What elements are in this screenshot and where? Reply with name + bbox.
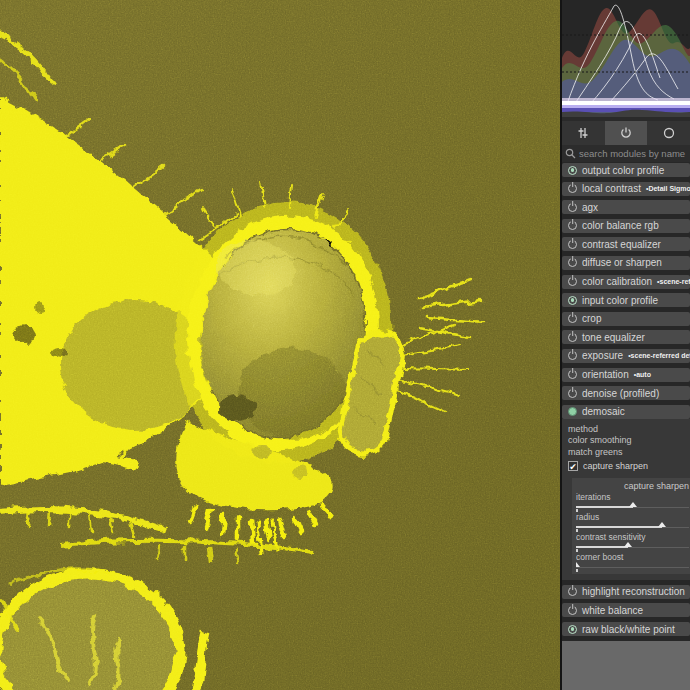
module-label: contrast equalizer bbox=[582, 239, 661, 250]
module-label: color calibration bbox=[582, 276, 652, 287]
power-icon[interactable] bbox=[568, 606, 577, 615]
module-contrast-equalizer[interactable]: contrast equalizer bbox=[562, 237, 690, 251]
slider-thumb[interactable] bbox=[576, 562, 580, 567]
fly-macro-image bbox=[0, 0, 560, 690]
power-icon bbox=[619, 126, 633, 140]
module-label: crop bbox=[582, 313, 601, 324]
slider-label: iterations bbox=[576, 492, 689, 502]
histogram-scope[interactable] bbox=[562, 0, 690, 117]
darkroom-window: output color profile local contrast Deta… bbox=[0, 0, 690, 690]
module-label: exposure bbox=[582, 350, 623, 361]
right-panel: output color profile local contrast Deta… bbox=[560, 0, 690, 690]
module-preset: scene-referred def bbox=[657, 278, 690, 285]
color-smoothing-row[interactable]: color smoothing bbox=[568, 435, 690, 447]
power-icon[interactable] bbox=[568, 314, 577, 323]
slider-track[interactable] bbox=[576, 562, 689, 571]
module-highlight-reconstruction[interactable]: highlight reconstruction bbox=[562, 585, 690, 599]
method-row[interactable]: method bbox=[568, 424, 690, 436]
enabled-icon[interactable] bbox=[568, 407, 577, 416]
capture-sharpen-section: capture sharpen iterations radius bbox=[572, 478, 690, 574]
power-icon[interactable] bbox=[568, 370, 577, 379]
module-output-color-profile[interactable]: output color profile bbox=[562, 163, 690, 177]
search-input[interactable] bbox=[579, 148, 687, 159]
module-label: color balance rgb bbox=[582, 220, 659, 231]
checkbox-label: capture sharpen bbox=[583, 461, 648, 471]
module-label: diffuse or sharpen bbox=[582, 257, 662, 268]
slider-track[interactable] bbox=[576, 542, 689, 551]
power-icon[interactable] bbox=[568, 277, 577, 286]
module-label: white balance bbox=[582, 605, 643, 616]
module-white-balance[interactable]: white balance bbox=[562, 603, 690, 617]
slider-corner-boost[interactable]: corner boost bbox=[576, 552, 689, 572]
module-raw-black-white-point[interactable]: raw black/white point bbox=[562, 622, 690, 636]
match-greens-row[interactable]: match greens bbox=[568, 447, 690, 459]
module-label: raw black/white point bbox=[582, 624, 675, 635]
power-icon[interactable] bbox=[568, 587, 577, 596]
sliders-icon bbox=[576, 126, 590, 140]
histogram-waveform-graphic bbox=[562, 0, 690, 117]
power-icon[interactable] bbox=[568, 184, 577, 193]
tab-favorite-modules[interactable] bbox=[647, 121, 690, 145]
slider-track[interactable] bbox=[576, 502, 689, 511]
power-icon[interactable] bbox=[568, 333, 577, 342]
module-label: input color profile bbox=[582, 295, 658, 306]
module-group-tabs bbox=[562, 121, 690, 145]
module-crop[interactable]: crop bbox=[562, 312, 690, 326]
circle-icon bbox=[662, 126, 676, 140]
demosaic-body: method color smoothing match greens capt… bbox=[562, 419, 690, 581]
slider-contrast-sensitivity[interactable]: contrast sensitivity bbox=[576, 532, 689, 552]
module-exposure[interactable]: exposure scene-referred default bbox=[562, 349, 690, 363]
section-title[interactable]: capture sharpen bbox=[576, 480, 689, 492]
slider-label: corner boost bbox=[576, 552, 689, 562]
image-canvas[interactable] bbox=[0, 0, 560, 690]
module-input-color-profile[interactable]: input color profile bbox=[562, 293, 690, 307]
slider-thumb[interactable] bbox=[629, 502, 637, 507]
module-preset: scene-referred default bbox=[628, 352, 690, 359]
module-label: local contrast bbox=[582, 183, 641, 194]
checkbox-checked-icon[interactable] bbox=[568, 461, 578, 471]
slider-label: radius bbox=[576, 512, 689, 522]
slider-label: contrast sensitivity bbox=[576, 532, 689, 542]
module-demosaic[interactable]: demosaic bbox=[562, 405, 690, 419]
module-denoise-profiled[interactable]: denoise (profiled) bbox=[562, 386, 690, 400]
module-label: denoise (profiled) bbox=[582, 388, 659, 399]
always-on-icon[interactable] bbox=[568, 625, 577, 634]
module-label: agx bbox=[582, 202, 598, 213]
module-agx[interactable]: agx bbox=[562, 200, 690, 214]
module-diffuse-or-sharpen[interactable]: diffuse or sharpen bbox=[562, 256, 690, 270]
module-preset: Detail Sigmoid bbox=[646, 185, 690, 192]
module-tone-equalizer[interactable]: tone equalizer bbox=[562, 330, 690, 344]
module-label: highlight reconstruction bbox=[582, 586, 685, 597]
slider-thumb[interactable] bbox=[624, 542, 632, 547]
power-icon[interactable] bbox=[568, 203, 577, 212]
always-on-icon[interactable] bbox=[568, 166, 577, 175]
module-local-contrast[interactable]: local contrast Detail Sigmoid bbox=[562, 182, 690, 196]
module-preset: auto bbox=[634, 371, 651, 378]
slider-thumb[interactable] bbox=[658, 522, 666, 527]
tab-active-modules[interactable] bbox=[562, 121, 605, 145]
module-list: output color profile local contrast Deta… bbox=[562, 162, 690, 641]
slider-radius[interactable]: radius bbox=[576, 512, 689, 532]
module-label: tone equalizer bbox=[582, 332, 645, 343]
power-icon[interactable] bbox=[568, 258, 577, 267]
power-icon[interactable] bbox=[568, 389, 577, 398]
slider-iterations[interactable]: iterations bbox=[576, 492, 689, 512]
power-icon[interactable] bbox=[568, 221, 577, 230]
module-color-balance-rgb[interactable]: color balance rgb bbox=[562, 219, 690, 233]
module-search bbox=[562, 145, 690, 162]
search-icon bbox=[565, 148, 576, 159]
power-icon[interactable] bbox=[568, 240, 577, 249]
slider-track[interactable] bbox=[576, 522, 689, 531]
module-label: output color profile bbox=[582, 165, 664, 176]
module-orientation[interactable]: orientation auto bbox=[562, 368, 690, 382]
power-icon[interactable] bbox=[568, 351, 577, 360]
module-label: demosaic bbox=[582, 406, 625, 417]
module-color-calibration[interactable]: color calibration scene-referred def bbox=[562, 275, 690, 289]
tab-enabled-modules[interactable] bbox=[605, 121, 648, 145]
capture-sharpen-checkbox[interactable]: capture sharpen bbox=[568, 459, 690, 473]
module-label: orientation bbox=[582, 369, 629, 380]
always-on-icon[interactable] bbox=[568, 296, 577, 305]
